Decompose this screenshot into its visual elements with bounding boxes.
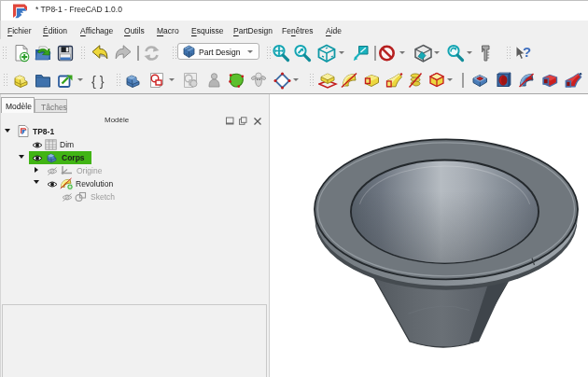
svg-text:?: ?: [523, 44, 531, 60]
